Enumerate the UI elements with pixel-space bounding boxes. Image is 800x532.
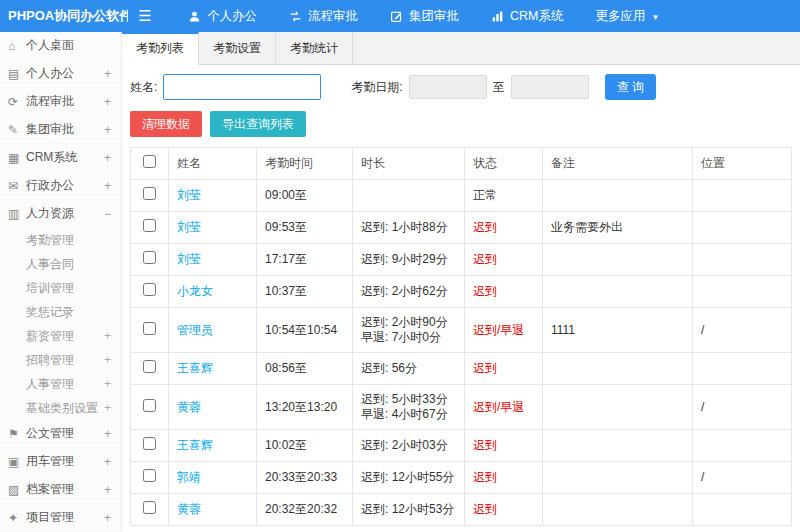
name-filter-input[interactable] [163, 74, 321, 100]
table-row: 管理员10:54至10:54迟到: 2小时90分早退: 7小时0分迟到/早退11… [131, 308, 792, 353]
sidebar-item-流程审批[interactable]: ⟳流程审批+ [0, 88, 121, 116]
status-cell: 迟到/早退 [465, 308, 543, 353]
status-cell: 迟到 [465, 244, 543, 276]
status-badge: 正常 [473, 188, 497, 202]
sidebar-item-用车管理[interactable]: ▣用车管理+ [0, 448, 121, 476]
date-end-input[interactable] [511, 75, 589, 99]
row-checkbox[interactable] [143, 322, 156, 335]
expand-icon[interactable]: + [104, 401, 113, 415]
select-all-checkbox[interactable] [143, 155, 156, 168]
expand-icon[interactable]: + [104, 377, 113, 391]
sidebar-subitem-基础类别设置[interactable]: 基础类别设置+ [0, 396, 121, 420]
employee-name-link[interactable]: 王喜辉 [177, 361, 213, 375]
status-badge: 迟到 [473, 502, 497, 516]
duration-line: 迟到: 56分 [361, 361, 456, 376]
sidebar-item-个人桌面[interactable]: ⌂个人桌面 [0, 32, 121, 60]
nav-item-3[interactable]: 集团审批 [374, 0, 475, 32]
sidebar-item-公文管理[interactable]: ⚑公文管理+ [0, 420, 121, 448]
row-checkbox[interactable] [143, 219, 156, 232]
duration-line: 迟到: 12小时53分 [361, 502, 456, 517]
sidebar-subitem-培训管理[interactable]: 培训管理 [0, 276, 121, 300]
row-checkbox[interactable] [143, 187, 156, 200]
attendance-time-cell: 10:54至10:54 [257, 308, 353, 353]
table-row: 黄蓉13:20至13:20迟到: 5小时33分早退: 4小时67分迟到/早退/ [131, 385, 792, 430]
employee-name-link[interactable]: 刘莹 [177, 252, 201, 266]
table-row: 刘莹09:00至正常 [131, 180, 792, 212]
expand-icon[interactable]: + [104, 95, 113, 109]
row-checkbox[interactable] [143, 469, 156, 482]
attendance-time-cell: 08:56至 [257, 353, 353, 385]
employee-name-link[interactable]: 刘莹 [177, 220, 201, 234]
location-cell: / [693, 385, 792, 430]
employee-name-link[interactable]: 刘莹 [177, 188, 201, 202]
sidebar-item-label: 公文管理 [26, 425, 104, 442]
sidebar-item-项目管理[interactable]: ✦项目管理+ [0, 504, 121, 532]
row-checkbox[interactable] [143, 437, 156, 450]
sidebar-item-个人办公[interactable]: ▤个人办公+ [0, 60, 121, 88]
row-checkbox[interactable] [143, 360, 156, 373]
expand-icon[interactable]: + [104, 67, 113, 81]
expand-icon[interactable]: + [104, 123, 113, 137]
table-row: 王喜辉08:56至迟到: 56分迟到 [131, 353, 792, 385]
sidebar-item-label: 个人桌面 [26, 37, 113, 54]
row-checkbox[interactable] [143, 283, 156, 296]
employee-name-link[interactable]: 管理员 [177, 323, 213, 337]
employee-name-link[interactable]: 黄蓉 [177, 502, 201, 516]
expand-icon[interactable]: + [104, 179, 113, 193]
employee-name-link[interactable]: 王喜辉 [177, 438, 213, 452]
duration-line: 迟到: 2小时03分 [361, 438, 456, 453]
nav-item-4[interactable]: CRM系统 [475, 0, 579, 32]
clean-data-button[interactable]: 清理数据 [130, 111, 202, 137]
search-button[interactable]: 查 询 [605, 74, 656, 100]
nav-item-1[interactable]: 个人办公 [172, 0, 273, 32]
group-approval-icon: ✎ [8, 123, 26, 137]
sidebar-subitem-考勤管理[interactable]: 考勤管理 [0, 228, 121, 252]
nav-item-5[interactable]: 更多应用▼ [579, 0, 675, 32]
expand-icon[interactable]: + [104, 455, 113, 469]
sidebar-subitem-奖惩记录[interactable]: 奖惩记录 [0, 300, 121, 324]
export-list-button[interactable]: 导出查询列表 [210, 111, 306, 137]
expand-icon[interactable]: + [104, 483, 113, 497]
row-checkbox-cell [131, 180, 169, 212]
sidebar-item-人力资源[interactable]: ▥人力资源− [0, 200, 121, 228]
name-cell: 黄蓉 [169, 385, 257, 430]
employee-name-link[interactable]: 黄蓉 [177, 400, 201, 414]
expand-icon[interactable]: + [104, 353, 113, 367]
vehicle-icon: ▣ [8, 455, 26, 469]
sidebar-subitem-招聘管理[interactable]: 招聘管理+ [0, 348, 121, 372]
employee-name-link[interactable]: 小龙女 [177, 284, 213, 298]
duration-cell: 迟到: 12小时53分 [353, 494, 465, 526]
sidebar-item-label: 流程审批 [26, 93, 104, 110]
hr-icon: ▥ [8, 207, 26, 221]
status-cell: 迟到 [465, 212, 543, 244]
nav-item-2[interactable]: 流程审批 [273, 0, 374, 32]
row-checkbox[interactable] [143, 501, 156, 514]
tab-1[interactable]: 考勤列表 [122, 32, 199, 65]
sidebar-item-行政办公[interactable]: ✉行政办公+ [0, 172, 121, 200]
row-checkbox-cell [131, 385, 169, 430]
tab-2[interactable]: 考勤设置 [199, 32, 276, 64]
sidebar-item-档案管理[interactable]: ▨档案管理+ [0, 476, 121, 504]
process-approval-icon: ⟳ [8, 95, 26, 109]
sidebar-subitem-人事合同[interactable]: 人事合同 [0, 252, 121, 276]
collapse-icon[interactable]: − [104, 207, 113, 221]
tab-3[interactable]: 考勤统计 [276, 32, 353, 64]
sidebar-item-集团审批[interactable]: ✎集团审批+ [0, 116, 121, 144]
employee-name-link[interactable]: 郭靖 [177, 470, 201, 484]
sidebar-item-label: 人力资源 [26, 205, 104, 222]
expand-icon[interactable]: + [104, 151, 113, 165]
menu-icon[interactable]: ☰ [128, 7, 162, 25]
expand-icon[interactable]: + [104, 427, 113, 441]
row-checkbox[interactable] [143, 251, 156, 264]
sidebar-item-label: CRM系统 [26, 149, 104, 166]
sidebar-item-CRM系统[interactable]: ▦CRM系统+ [0, 144, 121, 172]
row-checkbox-cell [131, 462, 169, 494]
sidebar-subitem-人事管理[interactable]: 人事管理+ [0, 372, 121, 396]
row-checkbox[interactable] [143, 399, 156, 412]
date-start-input[interactable] [409, 75, 487, 99]
name-cell: 管理员 [169, 308, 257, 353]
expand-icon[interactable]: + [104, 511, 113, 525]
navbar-menu: 个人办公流程审批集团审批CRM系统更多应用▼ [172, 0, 675, 32]
sidebar-subitem-薪资管理[interactable]: 薪资管理+ [0, 324, 121, 348]
expand-icon[interactable]: + [104, 329, 113, 343]
